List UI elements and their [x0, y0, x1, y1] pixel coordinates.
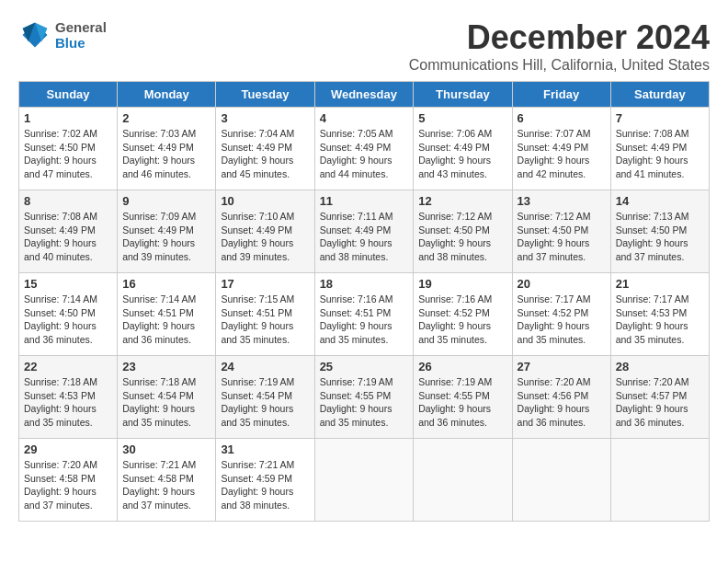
sunset-text: Sunset: 4:59 PM	[221, 473, 292, 484]
day-number: 15	[24, 277, 112, 291]
day-content: Sunrise: 7:21 AM Sunset: 4:58 PM Dayligh…	[122, 458, 210, 512]
sunset-text: Sunset: 4:55 PM	[320, 390, 392, 401]
day-content: Sunrise: 7:21 AM Sunset: 4:59 PM Dayligh…	[221, 458, 309, 512]
sunset-text: Sunset: 4:58 PM	[24, 473, 96, 484]
day-content: Sunrise: 7:12 AM Sunset: 4:50 PM Dayligh…	[518, 210, 606, 264]
day-number: 12	[418, 194, 506, 208]
calendar-cell: 28 Sunrise: 7:20 AM Sunset: 4:57 PM Dayl…	[610, 356, 709, 439]
col-thursday: Thursday	[414, 82, 512, 108]
calendar-cell: 29 Sunrise: 7:20 AM Sunset: 4:58 PM Dayl…	[19, 439, 118, 522]
daylight-text: Daylight: 9 hours and 42 minutes.	[518, 155, 590, 179]
sunset-text: Sunset: 4:51 PM	[221, 307, 292, 318]
daylight-text: Daylight: 9 hours and 35 minutes.	[24, 403, 97, 428]
calendar-week-row: 29 Sunrise: 7:20 AM Sunset: 4:58 PM Dayl…	[19, 439, 710, 522]
sunset-text: Sunset: 4:57 PM	[616, 390, 688, 401]
day-content: Sunrise: 7:20 AM Sunset: 4:56 PM Dayligh…	[518, 375, 606, 430]
calendar-cell: 11 Sunrise: 7:11 AM Sunset: 4:49 PM Dayl…	[314, 190, 414, 273]
calendar-cell: 5 Sunrise: 7:06 AM Sunset: 4:49 PM Dayli…	[414, 108, 512, 190]
sunset-text: Sunset: 4:49 PM	[24, 224, 96, 236]
sunset-text: Sunset: 4:49 PM	[518, 142, 589, 153]
day-content: Sunrise: 7:17 AM Sunset: 4:52 PM Dayligh…	[518, 293, 606, 347]
sunset-text: Sunset: 4:55 PM	[418, 390, 490, 401]
day-content: Sunrise: 7:18 AM Sunset: 4:54 PM Dayligh…	[122, 375, 210, 430]
location-subtitle: Communications Hill, California, United …	[409, 57, 710, 74]
daylight-text: Daylight: 9 hours and 36 minutes.	[616, 403, 688, 428]
logo-text: General Blue	[55, 19, 107, 51]
sunrise-text: Sunrise: 7:19 AM	[221, 376, 294, 387]
calendar-cell: 8 Sunrise: 7:08 AM Sunset: 4:49 PM Dayli…	[19, 190, 118, 273]
daylight-text: Daylight: 9 hours and 36 minutes.	[24, 320, 97, 345]
daylight-text: Daylight: 9 hours and 36 minutes.	[418, 403, 491, 428]
sunrise-text: Sunrise: 7:20 AM	[616, 376, 689, 387]
sunset-text: Sunset: 4:53 PM	[24, 390, 96, 401]
sunrise-text: Sunrise: 7:12 AM	[418, 211, 492, 222]
calendar-cell: 6 Sunrise: 7:07 AM Sunset: 4:49 PM Dayli…	[512, 108, 610, 190]
day-content: Sunrise: 7:19 AM Sunset: 4:55 PM Dayligh…	[320, 375, 409, 430]
calendar-cell: 23 Sunrise: 7:18 AM Sunset: 4:54 PM Dayl…	[118, 356, 216, 439]
day-content: Sunrise: 7:16 AM Sunset: 4:52 PM Dayligh…	[418, 293, 506, 347]
sunset-text: Sunset: 4:50 PM	[24, 307, 96, 318]
sunrise-text: Sunrise: 7:16 AM	[418, 293, 492, 304]
daylight-text: Daylight: 9 hours and 39 minutes.	[122, 237, 195, 262]
day-number: 29	[24, 442, 112, 456]
sunset-text: Sunset: 4:50 PM	[518, 224, 589, 236]
calendar-week-row: 8 Sunrise: 7:08 AM Sunset: 4:49 PM Dayli…	[19, 190, 710, 273]
sunrise-text: Sunrise: 7:13 AM	[616, 211, 689, 222]
sunrise-text: Sunrise: 7:17 AM	[518, 293, 591, 304]
sunrise-text: Sunrise: 7:19 AM	[320, 376, 393, 387]
sunrise-text: Sunrise: 7:20 AM	[24, 459, 97, 470]
day-content: Sunrise: 7:05 AM Sunset: 4:49 PM Dayligh…	[320, 127, 409, 181]
sunset-text: Sunset: 4:52 PM	[418, 307, 490, 318]
daylight-text: Daylight: 9 hours and 37 minutes.	[616, 237, 688, 262]
day-number: 31	[221, 442, 309, 456]
day-number: 7	[616, 111, 704, 125]
calendar-cell: 15 Sunrise: 7:14 AM Sunset: 4:50 PM Dayl…	[19, 273, 118, 356]
day-content: Sunrise: 7:13 AM Sunset: 4:50 PM Dayligh…	[616, 210, 704, 264]
calendar-cell: 9 Sunrise: 7:09 AM Sunset: 4:49 PM Dayli…	[118, 190, 216, 273]
sunset-text: Sunset: 4:49 PM	[616, 142, 688, 153]
calendar-cell: 16 Sunrise: 7:14 AM Sunset: 4:51 PM Dayl…	[118, 273, 216, 356]
daylight-text: Daylight: 9 hours and 37 minutes.	[518, 237, 590, 262]
calendar-cell: 17 Sunrise: 7:15 AM Sunset: 4:51 PM Dayl…	[216, 273, 314, 356]
calendar-cell: 19 Sunrise: 7:16 AM Sunset: 4:52 PM Dayl…	[414, 273, 512, 356]
daylight-text: Daylight: 9 hours and 47 minutes.	[24, 155, 97, 179]
calendar-cell: 10 Sunrise: 7:10 AM Sunset: 4:49 PM Dayl…	[216, 190, 314, 273]
day-content: Sunrise: 7:18 AM Sunset: 4:53 PM Dayligh…	[24, 375, 112, 430]
calendar-cell: 30 Sunrise: 7:21 AM Sunset: 4:58 PM Dayl…	[118, 439, 216, 522]
day-content: Sunrise: 7:12 AM Sunset: 4:50 PM Dayligh…	[418, 210, 506, 264]
calendar-cell: 18 Sunrise: 7:16 AM Sunset: 4:51 PM Dayl…	[314, 273, 414, 356]
calendar-cell: 22 Sunrise: 7:18 AM Sunset: 4:53 PM Dayl…	[19, 356, 118, 439]
day-content: Sunrise: 7:10 AM Sunset: 4:49 PM Dayligh…	[221, 210, 309, 264]
calendar-cell: 26 Sunrise: 7:19 AM Sunset: 4:55 PM Dayl…	[414, 356, 512, 439]
sunset-text: Sunset: 4:50 PM	[418, 224, 490, 236]
col-wednesday: Wednesday	[314, 82, 414, 108]
day-number: 28	[616, 360, 704, 373]
day-number: 11	[320, 194, 409, 208]
day-number: 13	[518, 194, 606, 208]
col-monday: Monday	[118, 82, 216, 108]
day-number: 25	[320, 360, 409, 373]
calendar-cell: 2 Sunrise: 7:03 AM Sunset: 4:49 PM Dayli…	[118, 108, 216, 190]
daylight-text: Daylight: 9 hours and 39 minutes.	[221, 237, 293, 262]
day-content: Sunrise: 7:09 AM Sunset: 4:49 PM Dayligh…	[122, 210, 210, 264]
day-number: 14	[616, 194, 704, 208]
day-number: 3	[221, 111, 309, 125]
calendar-week-row: 15 Sunrise: 7:14 AM Sunset: 4:50 PM Dayl…	[19, 273, 710, 356]
daylight-text: Daylight: 9 hours and 37 minutes.	[24, 486, 97, 511]
calendar-cell	[610, 439, 709, 522]
day-number: 5	[418, 111, 506, 125]
calendar-cell: 31 Sunrise: 7:21 AM Sunset: 4:59 PM Dayl…	[216, 439, 314, 522]
sunset-text: Sunset: 4:51 PM	[320, 307, 392, 318]
calendar-cell: 20 Sunrise: 7:17 AM Sunset: 4:52 PM Dayl…	[512, 273, 610, 356]
sunrise-text: Sunrise: 7:07 AM	[518, 128, 591, 139]
day-content: Sunrise: 7:11 AM Sunset: 4:49 PM Dayligh…	[320, 210, 409, 264]
daylight-text: Daylight: 9 hours and 43 minutes.	[418, 155, 491, 179]
day-number: 6	[518, 111, 606, 125]
sunset-text: Sunset: 4:50 PM	[24, 142, 96, 153]
daylight-text: Daylight: 9 hours and 35 minutes.	[518, 320, 590, 345]
calendar-header-row: Sunday Monday Tuesday Wednesday Thursday…	[19, 82, 710, 108]
daylight-text: Daylight: 9 hours and 46 minutes.	[122, 155, 195, 179]
daylight-text: Daylight: 9 hours and 37 minutes.	[122, 486, 195, 511]
sunset-text: Sunset: 4:52 PM	[518, 307, 589, 318]
sunrise-text: Sunrise: 7:14 AM	[122, 293, 196, 304]
